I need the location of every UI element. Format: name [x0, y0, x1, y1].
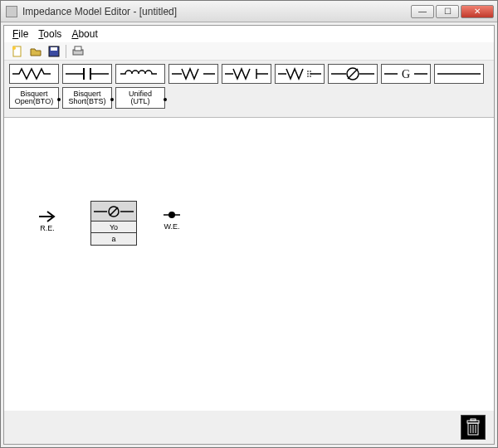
- window-title: Impedance Model Editor - [untitled]: [22, 6, 406, 17]
- svg-line-30: [110, 207, 118, 216]
- minimize-button[interactable]: —: [411, 5, 434, 18]
- capacitor-button[interactable]: [62, 64, 112, 84]
- placed-cpe-element[interactable]: Yo a: [90, 201, 137, 246]
- connector-dot-icon: [164, 98, 167, 101]
- wire-button[interactable]: [434, 64, 484, 84]
- svg-rect-5: [75, 46, 81, 51]
- warburg-short-icon: [276, 66, 323, 82]
- trash-icon: [465, 418, 481, 436]
- client-area: File Tools About: [3, 25, 495, 445]
- working-electrode[interactable]: W.E.: [162, 207, 182, 231]
- model-canvas[interactable]: R.E. Yo a W.E.: [4, 118, 494, 411]
- param-a[interactable]: a: [91, 233, 136, 245]
- svg-point-1: [12, 46, 16, 50]
- param-yo[interactable]: Yo: [91, 222, 136, 233]
- open-button[interactable]: [29, 45, 42, 58]
- gerischer-icon: G: [383, 66, 429, 82]
- warburg-open-button[interactable]: [222, 64, 271, 84]
- capacitor-icon: [64, 66, 110, 82]
- cpe-icon: [92, 203, 135, 220]
- menu-about[interactable]: About: [71, 28, 97, 40]
- connector-dot-icon: [110, 98, 114, 101]
- warburg-button[interactable]: [168, 64, 218, 84]
- new-icon: [12, 46, 23, 57]
- save-button[interactable]: [47, 45, 61, 58]
- save-icon: [48, 46, 60, 57]
- cpe-button[interactable]: [328, 64, 378, 84]
- menu-file[interactable]: File: [12, 28, 28, 40]
- bto-label-2: Open(BTO): [15, 98, 53, 105]
- svg-line-21: [348, 69, 358, 79]
- titlebar: Impedance Model Editor - [untitled] — ☐ …: [1, 1, 497, 22]
- warburg-short-button[interactable]: [275, 64, 325, 84]
- wire-icon: [436, 66, 482, 82]
- trash-button[interactable]: [461, 415, 486, 440]
- re-label: R.E.: [37, 224, 57, 232]
- menubar: File Tools About: [4, 26, 494, 42]
- close-button[interactable]: ✕: [461, 5, 494, 18]
- resistor-icon: [11, 66, 57, 82]
- inductor-button[interactable]: [115, 64, 165, 84]
- bisquert-short-button[interactable]: Bisquert Short(BTS): [62, 87, 112, 109]
- print-button[interactable]: [71, 45, 85, 58]
- open-icon: [30, 46, 42, 57]
- resistor-button[interactable]: [9, 64, 59, 84]
- we-label: W.E.: [162, 222, 182, 231]
- svg-point-33: [168, 212, 175, 218]
- utl-label-2: (UTL): [131, 98, 150, 105]
- palette-row-2: Bisquert Open(BTO) Bisquert Short(BTS) U…: [9, 87, 489, 109]
- app-window: Impedance Model Editor - [untitled] — ☐ …: [0, 0, 498, 448]
- placed-cpe-symbol: [91, 202, 136, 222]
- arrow-right-icon: [37, 209, 57, 224]
- new-button[interactable]: [11, 45, 24, 58]
- app-icon: [6, 6, 17, 17]
- bisquert-open-button[interactable]: Bisquert Open(BTO): [9, 87, 59, 109]
- svg-text:G: G: [402, 68, 410, 80]
- print-icon: [71, 46, 85, 57]
- connector-dot-icon: [57, 98, 61, 101]
- reference-electrode[interactable]: R.E.: [37, 209, 57, 232]
- warburg-icon: [170, 66, 217, 82]
- terminal-dot-icon: [162, 207, 182, 222]
- gerischer-button[interactable]: G: [381, 64, 431, 84]
- window-controls: — ☐ ✕: [411, 5, 494, 18]
- bts-label-2: Short(BTS): [68, 98, 105, 105]
- inductor-icon: [117, 66, 164, 82]
- svg-rect-39: [471, 419, 476, 421]
- svg-rect-3: [51, 47, 57, 51]
- unified-button[interactable]: Unified (UTL): [115, 87, 165, 109]
- toolbar-separator: [66, 45, 66, 58]
- toolbar: [4, 42, 494, 61]
- cpe-icon: [330, 66, 376, 82]
- component-palette: G Bisquert Open(BTO) Bisquert Short(BTS): [4, 61, 494, 118]
- palette-row-1: G: [9, 64, 489, 84]
- bottom-bar: [4, 411, 494, 444]
- menu-tools[interactable]: Tools: [38, 28, 61, 40]
- maximize-button[interactable]: ☐: [436, 5, 459, 18]
- warburg-open-icon: [223, 66, 270, 82]
